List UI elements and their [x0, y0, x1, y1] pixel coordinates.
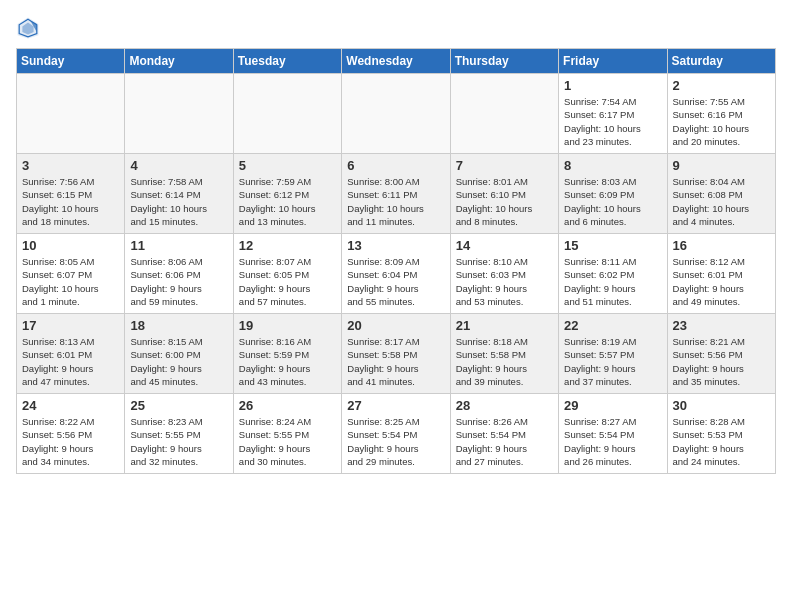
- day-number: 8: [564, 158, 661, 173]
- day-number: 29: [564, 398, 661, 413]
- day-info: Sunrise: 8:09 AM Sunset: 6:04 PM Dayligh…: [347, 255, 444, 308]
- day-number: 22: [564, 318, 661, 333]
- calendar-cell: 12Sunrise: 8:07 AM Sunset: 6:05 PM Dayli…: [233, 234, 341, 314]
- calendar-week-row: 1Sunrise: 7:54 AM Sunset: 6:17 PM Daylig…: [17, 74, 776, 154]
- day-number: 27: [347, 398, 444, 413]
- calendar-cell: 5Sunrise: 7:59 AM Sunset: 6:12 PM Daylig…: [233, 154, 341, 234]
- calendar-cell: 28Sunrise: 8:26 AM Sunset: 5:54 PM Dayli…: [450, 394, 558, 474]
- day-number: 21: [456, 318, 553, 333]
- logo: [16, 16, 44, 40]
- calendar-cell: 8Sunrise: 8:03 AM Sunset: 6:09 PM Daylig…: [559, 154, 667, 234]
- weekday-header: Thursday: [450, 49, 558, 74]
- calendar-cell: 26Sunrise: 8:24 AM Sunset: 5:55 PM Dayli…: [233, 394, 341, 474]
- day-info: Sunrise: 8:19 AM Sunset: 5:57 PM Dayligh…: [564, 335, 661, 388]
- day-number: 19: [239, 318, 336, 333]
- calendar-cell: 13Sunrise: 8:09 AM Sunset: 6:04 PM Dayli…: [342, 234, 450, 314]
- calendar-week-row: 10Sunrise: 8:05 AM Sunset: 6:07 PM Dayli…: [17, 234, 776, 314]
- weekday-header: Tuesday: [233, 49, 341, 74]
- day-number: 14: [456, 238, 553, 253]
- calendar-week-row: 3Sunrise: 7:56 AM Sunset: 6:15 PM Daylig…: [17, 154, 776, 234]
- day-info: Sunrise: 8:25 AM Sunset: 5:54 PM Dayligh…: [347, 415, 444, 468]
- day-info: Sunrise: 8:17 AM Sunset: 5:58 PM Dayligh…: [347, 335, 444, 388]
- day-info: Sunrise: 8:05 AM Sunset: 6:07 PM Dayligh…: [22, 255, 119, 308]
- weekday-header: Saturday: [667, 49, 775, 74]
- calendar-cell: 7Sunrise: 8:01 AM Sunset: 6:10 PM Daylig…: [450, 154, 558, 234]
- day-info: Sunrise: 8:06 AM Sunset: 6:06 PM Dayligh…: [130, 255, 227, 308]
- day-info: Sunrise: 7:54 AM Sunset: 6:17 PM Dayligh…: [564, 95, 661, 148]
- calendar-cell: 19Sunrise: 8:16 AM Sunset: 5:59 PM Dayli…: [233, 314, 341, 394]
- weekday-header: Monday: [125, 49, 233, 74]
- day-info: Sunrise: 8:28 AM Sunset: 5:53 PM Dayligh…: [673, 415, 770, 468]
- day-info: Sunrise: 7:56 AM Sunset: 6:15 PM Dayligh…: [22, 175, 119, 228]
- day-info: Sunrise: 8:00 AM Sunset: 6:11 PM Dayligh…: [347, 175, 444, 228]
- calendar-cell: 18Sunrise: 8:15 AM Sunset: 6:00 PM Dayli…: [125, 314, 233, 394]
- day-info: Sunrise: 8:01 AM Sunset: 6:10 PM Dayligh…: [456, 175, 553, 228]
- calendar-cell: 27Sunrise: 8:25 AM Sunset: 5:54 PM Dayli…: [342, 394, 450, 474]
- page-header: [16, 16, 776, 40]
- day-number: 1: [564, 78, 661, 93]
- calendar-cell: 9Sunrise: 8:04 AM Sunset: 6:08 PM Daylig…: [667, 154, 775, 234]
- day-info: Sunrise: 8:15 AM Sunset: 6:00 PM Dayligh…: [130, 335, 227, 388]
- day-info: Sunrise: 8:03 AM Sunset: 6:09 PM Dayligh…: [564, 175, 661, 228]
- calendar-cell: 10Sunrise: 8:05 AM Sunset: 6:07 PM Dayli…: [17, 234, 125, 314]
- day-info: Sunrise: 8:18 AM Sunset: 5:58 PM Dayligh…: [456, 335, 553, 388]
- calendar-table: SundayMondayTuesdayWednesdayThursdayFrid…: [16, 48, 776, 474]
- calendar-header-row: SundayMondayTuesdayWednesdayThursdayFrid…: [17, 49, 776, 74]
- day-number: 10: [22, 238, 119, 253]
- day-number: 28: [456, 398, 553, 413]
- day-number: 17: [22, 318, 119, 333]
- day-number: 3: [22, 158, 119, 173]
- calendar-cell: [233, 74, 341, 154]
- day-number: 7: [456, 158, 553, 173]
- calendar-cell: 14Sunrise: 8:10 AM Sunset: 6:03 PM Dayli…: [450, 234, 558, 314]
- day-number: 20: [347, 318, 444, 333]
- day-number: 5: [239, 158, 336, 173]
- weekday-header: Friday: [559, 49, 667, 74]
- calendar-cell: [450, 74, 558, 154]
- calendar-cell: 20Sunrise: 8:17 AM Sunset: 5:58 PM Dayli…: [342, 314, 450, 394]
- day-number: 16: [673, 238, 770, 253]
- day-number: 9: [673, 158, 770, 173]
- day-number: 13: [347, 238, 444, 253]
- day-number: 18: [130, 318, 227, 333]
- day-info: Sunrise: 8:13 AM Sunset: 6:01 PM Dayligh…: [22, 335, 119, 388]
- calendar-cell: 21Sunrise: 8:18 AM Sunset: 5:58 PM Dayli…: [450, 314, 558, 394]
- calendar-cell: 23Sunrise: 8:21 AM Sunset: 5:56 PM Dayli…: [667, 314, 775, 394]
- calendar-cell: 29Sunrise: 8:27 AM Sunset: 5:54 PM Dayli…: [559, 394, 667, 474]
- calendar-cell: 16Sunrise: 8:12 AM Sunset: 6:01 PM Dayli…: [667, 234, 775, 314]
- day-info: Sunrise: 7:59 AM Sunset: 6:12 PM Dayligh…: [239, 175, 336, 228]
- weekday-header: Wednesday: [342, 49, 450, 74]
- day-number: 11: [130, 238, 227, 253]
- calendar-cell: 15Sunrise: 8:11 AM Sunset: 6:02 PM Dayli…: [559, 234, 667, 314]
- calendar-cell: [342, 74, 450, 154]
- calendar-week-row: 24Sunrise: 8:22 AM Sunset: 5:56 PM Dayli…: [17, 394, 776, 474]
- day-info: Sunrise: 7:55 AM Sunset: 6:16 PM Dayligh…: [673, 95, 770, 148]
- calendar-cell: 17Sunrise: 8:13 AM Sunset: 6:01 PM Dayli…: [17, 314, 125, 394]
- day-number: 26: [239, 398, 336, 413]
- calendar-cell: 11Sunrise: 8:06 AM Sunset: 6:06 PM Dayli…: [125, 234, 233, 314]
- day-info: Sunrise: 8:27 AM Sunset: 5:54 PM Dayligh…: [564, 415, 661, 468]
- logo-icon: [16, 16, 40, 40]
- day-number: 2: [673, 78, 770, 93]
- day-info: Sunrise: 8:12 AM Sunset: 6:01 PM Dayligh…: [673, 255, 770, 308]
- day-number: 23: [673, 318, 770, 333]
- day-info: Sunrise: 8:22 AM Sunset: 5:56 PM Dayligh…: [22, 415, 119, 468]
- day-info: Sunrise: 8:11 AM Sunset: 6:02 PM Dayligh…: [564, 255, 661, 308]
- calendar-cell: 6Sunrise: 8:00 AM Sunset: 6:11 PM Daylig…: [342, 154, 450, 234]
- day-number: 6: [347, 158, 444, 173]
- day-info: Sunrise: 7:58 AM Sunset: 6:14 PM Dayligh…: [130, 175, 227, 228]
- day-number: 4: [130, 158, 227, 173]
- day-info: Sunrise: 8:23 AM Sunset: 5:55 PM Dayligh…: [130, 415, 227, 468]
- calendar-cell: 2Sunrise: 7:55 AM Sunset: 6:16 PM Daylig…: [667, 74, 775, 154]
- calendar-cell: 22Sunrise: 8:19 AM Sunset: 5:57 PM Dayli…: [559, 314, 667, 394]
- calendar-week-row: 17Sunrise: 8:13 AM Sunset: 6:01 PM Dayli…: [17, 314, 776, 394]
- day-info: Sunrise: 8:24 AM Sunset: 5:55 PM Dayligh…: [239, 415, 336, 468]
- day-info: Sunrise: 8:26 AM Sunset: 5:54 PM Dayligh…: [456, 415, 553, 468]
- day-info: Sunrise: 8:10 AM Sunset: 6:03 PM Dayligh…: [456, 255, 553, 308]
- day-info: Sunrise: 8:16 AM Sunset: 5:59 PM Dayligh…: [239, 335, 336, 388]
- day-info: Sunrise: 8:04 AM Sunset: 6:08 PM Dayligh…: [673, 175, 770, 228]
- calendar-cell: 4Sunrise: 7:58 AM Sunset: 6:14 PM Daylig…: [125, 154, 233, 234]
- calendar-cell: 3Sunrise: 7:56 AM Sunset: 6:15 PM Daylig…: [17, 154, 125, 234]
- day-info: Sunrise: 8:07 AM Sunset: 6:05 PM Dayligh…: [239, 255, 336, 308]
- day-number: 30: [673, 398, 770, 413]
